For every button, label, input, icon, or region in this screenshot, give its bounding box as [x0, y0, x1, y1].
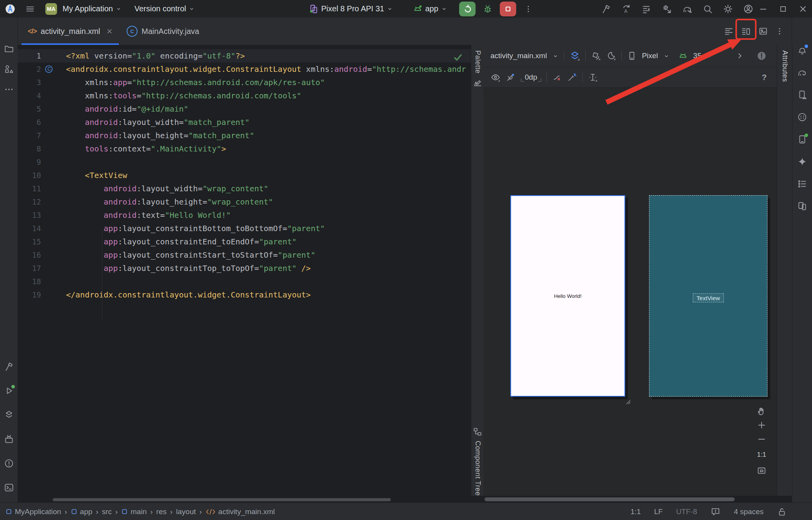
breadcrumb-item[interactable]: layout	[176, 508, 196, 516]
device-type-selector[interactable]	[627, 51, 637, 61]
design-horizontal-scrollbar[interactable]	[485, 497, 735, 501]
code-line[interactable]: 5 android:id="@+id/main"	[18, 102, 471, 116]
blueprint-preview[interactable]: TextView	[649, 195, 767, 397]
tab-mainactivity-java[interactable]: C MainActivity.java	[120, 18, 206, 45]
project-folder-button[interactable]	[2, 42, 16, 56]
event-box-icon[interactable]	[710, 507, 721, 517]
tab-activity-main-xml[interactable]: </> activity_main.xml ✕	[21, 18, 120, 45]
build-variants-button[interactable]	[2, 408, 16, 422]
code-view-button[interactable]	[724, 26, 734, 36]
close-tab-icon[interactable]: ✕	[106, 27, 113, 36]
breadcrumb-item[interactable]: res	[156, 508, 166, 516]
code-line[interactable]: 7 android:layout_height="match_parent"	[18, 129, 471, 142]
code-line[interactable]: 16 app:layout_constraintStart_toStartOf=…	[18, 248, 471, 262]
notifications-bell-button[interactable]	[795, 43, 809, 57]
settings-button[interactable]	[723, 4, 733, 14]
palette-tab[interactable]: Palette	[471, 50, 484, 88]
device-type-label[interactable]: Pixel	[642, 52, 658, 60]
breadcrumb-item[interactable]: activity_main.xml	[206, 508, 275, 516]
code-line[interactable]: 17 app:layout_constraintTop_toTopOf="par…	[18, 262, 471, 275]
build-button[interactable]	[601, 4, 611, 14]
more-tool-windows-button[interactable]	[2, 82, 16, 96]
night-mode-icon[interactable]	[606, 51, 616, 61]
code-line[interactable]: 2C<androidx.constraintlayout.widget.Cons…	[18, 62, 471, 76]
editor-options-button[interactable]	[775, 27, 784, 36]
component-tree-tab[interactable]: Component Tree	[471, 427, 484, 496]
attributes-tab[interactable]: Attributes	[777, 50, 792, 82]
zoom-in-button[interactable]	[757, 420, 767, 430]
design-preview[interactable]: Hello World!	[510, 195, 625, 397]
status-item[interactable]: 1:1	[631, 508, 641, 516]
design-view-button[interactable]	[758, 26, 768, 36]
api-level-label[interactable]: 35	[693, 52, 701, 60]
status-item[interactable]: LF	[654, 508, 663, 516]
debug-button[interactable]	[483, 4, 493, 14]
class-gutter-icon[interactable]: C	[41, 65, 57, 73]
project-menu[interactable]: My Application	[63, 4, 122, 13]
running-devices-button[interactable]	[795, 132, 809, 146]
apply-changes-button[interactable]: A	[621, 4, 631, 14]
textview-outline[interactable]: TextView	[693, 294, 724, 303]
stop-button[interactable]	[500, 2, 516, 16]
default-margin-selector[interactable]: 0dp	[521, 73, 541, 82]
zoom-to-fit-button[interactable]	[757, 465, 767, 475]
gradle-sync-button[interactable]	[682, 4, 692, 14]
code-line[interactable]: 15 app:layout_constraintEnd_toEndOf="par…	[18, 235, 471, 248]
lock-open-icon[interactable]	[777, 507, 787, 517]
gradle-elephant-button[interactable]	[795, 66, 809, 80]
rerun-button[interactable]	[459, 2, 476, 16]
code-line[interactable]: 8 tools:context=".MainActivity">	[18, 142, 471, 155]
problems-button[interactable]	[2, 456, 16, 470]
run-configuration-selector[interactable]: app	[413, 4, 447, 14]
code-line[interactable]: 10 <TextView	[18, 169, 471, 182]
issues-panel-button[interactable]	[757, 51, 767, 61]
design-surface-selector[interactable]	[569, 50, 580, 61]
code-line[interactable]: 19</androidx.constraintlayout.widget.Con…	[18, 288, 471, 301]
zoom-level-button[interactable]: 1:1	[757, 448, 766, 461]
help-icon[interactable]: ?	[762, 73, 767, 82]
maximize-button[interactable]	[778, 4, 788, 14]
design-file-selector[interactable]: activity_main.xml	[490, 52, 547, 60]
orientation-icon[interactable]	[591, 51, 601, 61]
run-play-button[interactable]	[2, 384, 16, 398]
toolbar-overflow-icon[interactable]	[735, 51, 745, 61]
more-actions-button[interactable]	[524, 5, 533, 13]
clear-constraints-button[interactable]	[552, 72, 562, 82]
device-explorer-button[interactable]	[795, 199, 809, 213]
resource-manager-button[interactable]	[2, 62, 16, 76]
zoom-out-button[interactable]	[757, 434, 767, 444]
device-manager-button[interactable]	[795, 88, 809, 102]
breadcrumb-item[interactable]: src	[102, 508, 112, 516]
code-line[interactable]: 11 android:layout_width="wrap_content"	[18, 182, 471, 195]
close-button[interactable]	[798, 4, 808, 14]
split-view-button[interactable]	[741, 26, 751, 36]
code-line[interactable]: 13 android:text="Hello World!"	[18, 208, 471, 222]
pan-tool-button[interactable]	[757, 406, 767, 416]
code-line[interactable]: 14 app:layout_constraintBottom_toBottomO…	[18, 222, 471, 235]
breadcrumb-item[interactable]: MyApplication	[5, 508, 61, 516]
profiler-button[interactable]	[642, 4, 652, 14]
pack-align-icon[interactable]	[588, 72, 598, 82]
chevron-down-icon[interactable]	[663, 53, 670, 59]
code-line[interactable]: 4 xmlns:tools="http://schemas.android.co…	[18, 89, 471, 102]
logcat-button[interactable]	[2, 432, 16, 446]
gemini-sparkle-button[interactable]	[795, 155, 809, 169]
breadcrumb-item[interactable]: main	[121, 508, 147, 516]
code-line[interactable]: 6 android:layout_width="match_parent"	[18, 116, 471, 129]
design-canvas[interactable]: Hello World! TextView 1:1	[483, 88, 777, 496]
code-line[interactable]: 12 android:layout_height="wrap_content"	[18, 195, 471, 208]
version-control-menu[interactable]: Version control	[134, 4, 195, 13]
chevron-down-icon[interactable]	[552, 53, 559, 59]
code-line[interactable]: 9	[18, 155, 471, 169]
minimize-button[interactable]	[758, 4, 768, 14]
status-item[interactable]: UTF-8	[676, 508, 697, 516]
main-menu-button[interactable]	[25, 4, 35, 14]
code-line[interactable]: 1<?xml version="1.0" encoding="utf-8"?>	[18, 49, 471, 62]
editor-horizontal-scrollbar[interactable]	[53, 498, 391, 501]
code-line[interactable]: 18	[18, 275, 471, 288]
search-everywhere-button[interactable]	[703, 4, 713, 14]
terminal-button[interactable]	[2, 481, 16, 495]
attach-debugger-button[interactable]	[662, 4, 672, 14]
api-level-icon[interactable]	[678, 51, 688, 61]
app-quality-insights-button[interactable]	[795, 110, 809, 124]
